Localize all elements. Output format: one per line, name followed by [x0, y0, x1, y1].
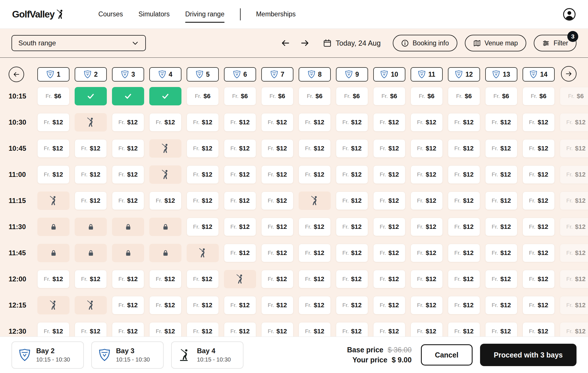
- slot-available[interactable]: Fr.$12: [373, 192, 405, 210]
- slot-available[interactable]: Fr.$12: [448, 296, 480, 314]
- slot-available[interactable]: Fr.$12: [224, 244, 256, 262]
- slot-available[interactable]: Fr.$12: [224, 192, 256, 210]
- slot-available[interactable]: Fr.$12: [485, 139, 517, 158]
- nav-memberships[interactable]: Memberships: [256, 8, 296, 20]
- selected-bay-card[interactable]: Bay 410:15 - 10:30: [171, 341, 243, 369]
- slot-available[interactable]: Fr.$6: [523, 87, 555, 105]
- slot-available[interactable]: Fr.$12: [411, 139, 443, 158]
- slot-available[interactable]: Fr.$12: [112, 113, 144, 132]
- slot-available[interactable]: Fr.$6: [299, 87, 331, 105]
- slot-available[interactable]: Fr.$12: [523, 165, 555, 184]
- slot-available[interactable]: Fr.$12: [112, 296, 144, 314]
- slot-available[interactable]: Fr.$12: [560, 192, 588, 210]
- slot-available[interactable]: Fr.$12: [112, 139, 144, 158]
- proceed-button[interactable]: Proceed with 3 bays: [480, 344, 577, 366]
- slot-available[interactable]: Fr.$12: [261, 244, 293, 262]
- slot-available[interactable]: Fr.$12: [373, 244, 405, 262]
- slot-available[interactable]: Fr.$12: [261, 296, 293, 314]
- slot-available[interactable]: Fr.$12: [224, 113, 256, 132]
- slot-available[interactable]: Fr.$12: [75, 139, 107, 158]
- bays-scroll-prev-button[interactable]: [9, 67, 24, 82]
- slot-available[interactable]: Fr.$12: [485, 165, 517, 184]
- slot-available[interactable]: Fr.$12: [187, 296, 219, 314]
- slot-available[interactable]: Fr.$12: [224, 296, 256, 314]
- slot-available[interactable]: Fr.$12: [373, 139, 405, 158]
- slot-available[interactable]: Fr.$12: [224, 218, 256, 236]
- slot-available[interactable]: Fr.$12: [336, 218, 368, 236]
- nav-simulators[interactable]: Simulators: [138, 8, 170, 20]
- slot-available[interactable]: Fr.$12: [560, 218, 588, 236]
- bays-scroll-next-button[interactable]: [561, 66, 577, 82]
- slot-available[interactable]: Fr.$12: [37, 165, 69, 184]
- slot-available[interactable]: Fr.$12: [261, 139, 293, 158]
- slot-available[interactable]: Fr.$12: [75, 270, 107, 288]
- slot-available[interactable]: Fr.$12: [411, 244, 443, 262]
- slot-available[interactable]: Fr.$12: [448, 113, 480, 132]
- slot-available[interactable]: Fr.$12: [187, 192, 219, 210]
- bay-header-7[interactable]: 7: [261, 67, 293, 82]
- slot-available[interactable]: Fr.$6: [373, 87, 405, 105]
- nav-driving-range[interactable]: Driving range: [185, 8, 225, 20]
- slot-available[interactable]: Fr.$12: [373, 165, 405, 184]
- bay-header-9[interactable]: 9: [336, 67, 368, 82]
- slot-selected[interactable]: [75, 87, 107, 105]
- slot-available[interactable]: Fr.$12: [523, 113, 555, 132]
- slot-available[interactable]: Fr.$12: [299, 270, 331, 288]
- slot-available[interactable]: Fr.$12: [411, 165, 443, 184]
- slot-available[interactable]: Fr.$6: [187, 87, 219, 105]
- bay-header-6[interactable]: 6: [224, 67, 256, 82]
- slot-available[interactable]: Fr.$12: [560, 270, 588, 288]
- slot-available[interactable]: Fr.$6: [37, 87, 69, 105]
- date-next-button[interactable]: [299, 37, 311, 49]
- slot-available[interactable]: Fr.$12: [560, 139, 588, 158]
- slot-available[interactable]: Fr.$12: [149, 192, 181, 210]
- range-select[interactable]: South range: [11, 35, 146, 51]
- selected-bay-card[interactable]: Bay 210:15 - 10:30: [11, 341, 84, 369]
- slot-available[interactable]: Fr.$12: [224, 165, 256, 184]
- slot-available[interactable]: Fr.$12: [560, 296, 588, 314]
- slot-available[interactable]: Fr.$12: [37, 270, 69, 288]
- bay-header-8[interactable]: 8: [299, 67, 331, 82]
- slot-available[interactable]: Fr.$12: [373, 113, 405, 132]
- slot-available[interactable]: Fr.$12: [299, 296, 331, 314]
- slot-available[interactable]: Fr.$12: [523, 244, 555, 262]
- slot-available[interactable]: Fr.$12: [411, 113, 443, 132]
- slot-available[interactable]: Fr.$12: [411, 218, 443, 236]
- slot-available[interactable]: Fr.$6: [560, 87, 588, 105]
- slot-available[interactable]: Fr.$12: [261, 165, 293, 184]
- slot-available[interactable]: Fr.$12: [411, 296, 443, 314]
- slot-available[interactable]: Fr.$12: [261, 113, 293, 132]
- slot-available[interactable]: Fr.$12: [448, 192, 480, 210]
- slot-available[interactable]: Fr.$12: [187, 218, 219, 236]
- slot-available[interactable]: Fr.$12: [336, 139, 368, 158]
- bay-header-12[interactable]: 12: [448, 67, 480, 82]
- slot-available[interactable]: Fr.$12: [448, 244, 480, 262]
- cancel-button[interactable]: Cancel: [421, 344, 473, 366]
- slot-available[interactable]: Fr.$12: [373, 296, 405, 314]
- slot-available[interactable]: Fr.$12: [75, 165, 107, 184]
- slot-available[interactable]: Fr.$12: [37, 139, 69, 158]
- slot-available[interactable]: Fr.$12: [336, 270, 368, 288]
- slot-available[interactable]: Fr.$12: [560, 244, 588, 262]
- slot-available[interactable]: Fr.$12: [149, 296, 181, 314]
- slot-available[interactable]: Fr.$12: [560, 113, 588, 132]
- bay-header-2[interactable]: 2: [75, 67, 107, 82]
- slot-available[interactable]: Fr.$6: [448, 87, 480, 105]
- slot-available[interactable]: Fr.$12: [336, 165, 368, 184]
- account-button[interactable]: [563, 8, 576, 21]
- slot-available[interactable]: Fr.$12: [523, 192, 555, 210]
- slot-available[interactable]: Fr.$12: [485, 270, 517, 288]
- slot-available[interactable]: Fr.$6: [485, 87, 517, 105]
- slot-available[interactable]: Fr.$12: [112, 192, 144, 210]
- slot-available[interactable]: Fr.$12: [299, 244, 331, 262]
- slot-available[interactable]: Fr.$12: [299, 139, 331, 158]
- slot-available[interactable]: Fr.$12: [485, 192, 517, 210]
- slot-available[interactable]: Fr.$12: [224, 139, 256, 158]
- slot-available[interactable]: Fr.$12: [149, 270, 181, 288]
- slot-available[interactable]: Fr.$12: [261, 192, 293, 210]
- slot-available[interactable]: Fr.$12: [373, 218, 405, 236]
- slot-available[interactable]: Fr.$6: [336, 87, 368, 105]
- bay-header-14[interactable]: 14: [523, 67, 555, 82]
- venue-map-button[interactable]: Venue map: [465, 35, 526, 51]
- slot-available[interactable]: Fr.$6: [261, 87, 293, 105]
